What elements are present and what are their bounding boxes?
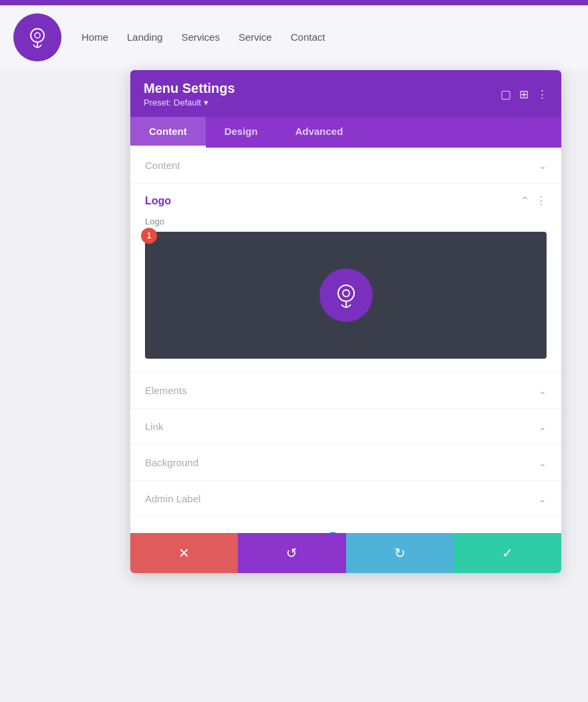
image-upload-container[interactable]: 1 (145, 232, 547, 359)
background-label: Background (145, 457, 198, 468)
panel-title: Menu Settings (144, 81, 235, 96)
tab-design[interactable]: Design (206, 117, 277, 148)
admin-label-section-row[interactable]: Admin Label ⌄ (130, 481, 561, 517)
nav-landing[interactable]: Landing (127, 31, 162, 43)
svg-point-0 (31, 29, 44, 42)
fullscreen-icon[interactable]: ▢ (500, 89, 511, 100)
panel-body: Content ⌄ Logo ⌃ ⋮ Logo 1 (130, 148, 561, 573)
elements-section-row[interactable]: Elements ⌄ (130, 373, 561, 409)
nav-home[interactable]: Home (82, 31, 108, 43)
main-nav: Home Landing Services Service Contact (82, 31, 325, 43)
panel-header-icons: ▢ ⊞ ⋮ (500, 89, 548, 100)
reset-button[interactable]: ↺ (238, 533, 345, 573)
tab-advanced[interactable]: Advanced (277, 117, 362, 148)
action-bar: ✕ ↺ ↻ ✓ (130, 533, 561, 573)
content-chevron-icon: ⌄ (539, 160, 547, 171)
preset-arrow-icon: ▾ (204, 98, 208, 108)
panel-preset[interactable]: Preset: Default ▾ (144, 98, 235, 108)
logo-collapse-icon[interactable]: ⌃ (521, 194, 529, 207)
elements-chevron-icon: ⌄ (539, 385, 547, 396)
nav-service[interactable]: Service (239, 31, 272, 43)
save-button[interactable]: ✓ (454, 533, 561, 573)
svg-point-3 (338, 285, 354, 301)
content-section-label: Content (145, 160, 180, 171)
logo-section: Logo ⌃ ⋮ Logo 1 (130, 184, 561, 373)
logo-section-header: Logo ⌃ ⋮ (145, 194, 547, 207)
admin-label: Admin Label (145, 493, 200, 504)
logo-more-icon[interactable]: ⋮ (536, 194, 547, 207)
content-section-row[interactable]: Content ⌄ (130, 148, 561, 184)
redo-button[interactable]: ↻ (346, 533, 454, 573)
elements-label: Elements (145, 385, 187, 396)
logo-section-icons: ⌃ ⋮ (521, 194, 547, 207)
panel-header: Menu Settings Preset: Default ▾ ▢ ⊞ ⋮ (130, 70, 561, 117)
svg-point-1 (35, 33, 40, 38)
svg-point-4 (343, 290, 349, 297)
image-preview[interactable] (145, 232, 547, 359)
cancel-button[interactable]: ✕ (130, 533, 238, 573)
background-section-row[interactable]: Background ⌄ (130, 445, 561, 481)
link-label: Link (145, 421, 164, 432)
split-icon[interactable]: ⊞ (519, 89, 529, 100)
more-options-icon[interactable]: ⋮ (537, 89, 548, 100)
logo-preview-circle (319, 269, 373, 322)
logo-label: Logo (145, 216, 547, 226)
page-header: Home Landing Services Service Contact (0, 5, 588, 69)
nav-services[interactable]: Services (181, 31, 220, 43)
link-chevron-icon: ⌄ (539, 421, 547, 432)
nav-contact[interactable]: Contact (291, 31, 325, 43)
logo-section-title: Logo (145, 195, 171, 207)
panel-tabs: Content Design Advanced (130, 117, 561, 148)
settings-panel: Menu Settings Preset: Default ▾ ▢ ⊞ ⋮ Co… (130, 70, 561, 573)
upload-badge: 1 (141, 228, 157, 244)
admin-label-chevron-icon: ⌄ (539, 494, 547, 504)
link-section-row[interactable]: Link ⌄ (130, 409, 561, 445)
top-accent-bar (0, 0, 588, 5)
background-chevron-icon: ⌄ (539, 458, 547, 468)
site-logo (13, 13, 61, 61)
tab-content[interactable]: Content (130, 117, 206, 148)
